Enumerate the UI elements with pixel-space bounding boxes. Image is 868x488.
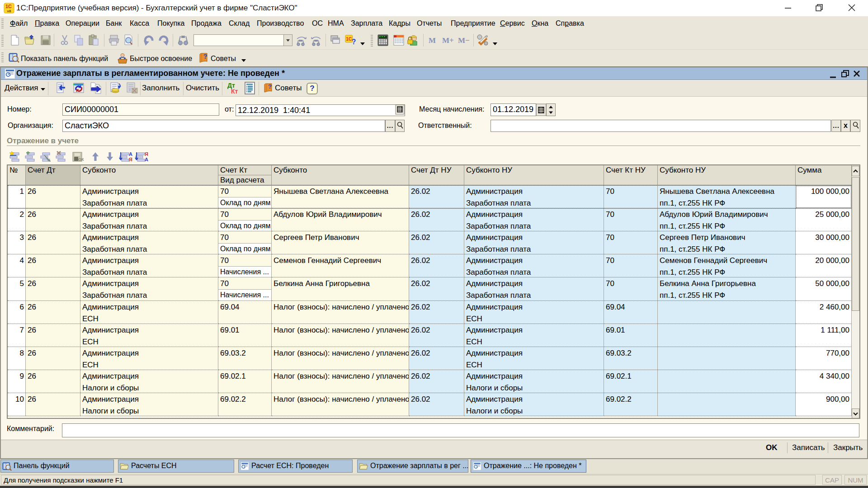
svg-text:ОК: ОК bbox=[78, 157, 84, 162]
svg-text:Я: Я bbox=[145, 151, 148, 157]
svg-text:v8: v8 bbox=[7, 9, 11, 13]
svg-text:А: А bbox=[145, 157, 148, 162]
svg-text:1С: 1С bbox=[5, 4, 12, 9]
svg-text:?: ? bbox=[268, 83, 272, 90]
svg-text:Я: Я bbox=[129, 157, 132, 162]
svg-text:?: ? bbox=[352, 38, 356, 46]
svg-text:?: ? bbox=[203, 53, 208, 60]
svg-text:А: А bbox=[129, 151, 132, 157]
svg-text:Кт: Кт bbox=[231, 88, 238, 94]
